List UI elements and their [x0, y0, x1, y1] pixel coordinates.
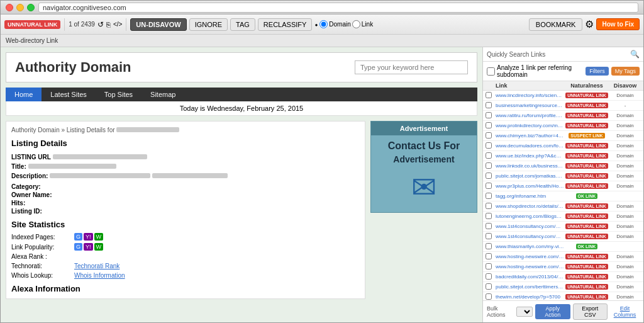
row-checkbox[interactable] [486, 223, 492, 229]
undisavow-button[interactable]: UN-DISAVOW [130, 18, 186, 31]
link-url[interactable]: businessmarketingresources.net/?p=5447 [496, 103, 564, 108]
whois-link[interactable]: Whois Information [74, 272, 125, 279]
mytags-button[interactable]: My Tags [611, 67, 640, 76]
link-option[interactable]: Link [352, 20, 373, 28]
link-url[interactable]: www.lincdirectory.info/science_and_techn… [496, 93, 564, 98]
row-checkbox[interactable] [486, 263, 492, 269]
nav-latest-sites[interactable]: Latest Sites [42, 88, 95, 101]
link-row[interactable]: www.shopdirector.ro/details/link-28171.h… [483, 201, 643, 212]
link-url[interactable]: www.linksdir.co.uk/business_and_economyt… [496, 163, 564, 169]
naturalness-badge: UNNATURAL LINK [564, 234, 609, 239]
row-checkbox[interactable] [486, 122, 492, 128]
link-url[interactable]: www.decumuladores.com/foros/members/fast [496, 143, 564, 149]
link-row[interactable]: www.linksdir.co.uk/business_and_economyt… [483, 161, 643, 171]
link-row[interactable]: www.1st4consultancy.com/wordpress/page/5… [483, 232, 643, 242]
link-url[interactable]: badcreditdaily.com/2013/04/the-unstoppab… [496, 274, 564, 280]
settings-icon[interactable]: ⚙ [585, 18, 594, 30]
domain-option[interactable]: Domain [319, 20, 350, 28]
howtofx-button[interactable]: How to Fix [596, 18, 640, 30]
row-checkbox[interactable] [486, 132, 492, 139]
row-checkbox[interactable] [486, 112, 492, 118]
row-checkbox[interactable] [486, 283, 492, 290]
address-bar[interactable]: navigator.cognitiveseo.com [38, 3, 638, 13]
link-row[interactable]: public.sitejot.com/jomatkas.html UNNATUR… [483, 171, 643, 181]
row-checkbox[interactable] [486, 102, 492, 108]
row-checkbox[interactable] [486, 193, 492, 199]
link-row[interactable]: businessmarketingresources.net/?p=5447 U… [483, 101, 643, 111]
link-url[interactable]: www.shopdirector.ro/details/link-28171.h… [496, 203, 564, 209]
link-row[interactable]: www.chimyen.biz/?author=4635 SUSPECT LIN… [483, 131, 643, 141]
link-url[interactable]: public.sitejot.com/jomatkas.html [496, 173, 564, 179]
filters-button[interactable]: Filters [586, 67, 609, 76]
row-checkbox[interactable] [486, 203, 492, 209]
link-url[interactable]: www.pr3plus.com/Health/Home/HealthyEduca… [496, 183, 564, 189]
row-checkbox[interactable] [486, 243, 492, 249]
refresh-icon[interactable]: ↺ [97, 20, 104, 29]
link-url[interactable]: www.ratitru.ru/forum/profile.php?mode=vi… [496, 113, 564, 118]
disavow-value: Domain [609, 213, 641, 219]
nav-top-sites[interactable]: Top Sites [96, 88, 142, 101]
row-checkbox[interactable] [486, 92, 492, 98]
link-url[interactable]: www.1st4consultancy.com/wordpress/page/5 [496, 224, 564, 229]
apply-action-button[interactable]: Apply Action [535, 304, 570, 319]
copy-icon[interactable]: ⎘ [106, 21, 111, 28]
link-url[interactable]: tagg.org/infoname.htm [496, 193, 564, 199]
link-row[interactable]: www.hosting-newswire.com/?priD=96754 UNN… [483, 252, 643, 262]
export-csv-button[interactable]: Export CSV [573, 303, 608, 320]
link-row[interactable]: www.thiasmarilyn.com/my-videos.php?user_… [483, 242, 643, 252]
nav-counter: 1 of 2439 [69, 21, 95, 28]
minimize-button[interactable] [16, 4, 24, 11]
link-url[interactable]: www.hosting-newswire.com/?priD=96754 [496, 254, 564, 259]
row-checkbox[interactable] [486, 213, 492, 219]
keyword-input[interactable] [355, 60, 468, 74]
maximize-button[interactable] [27, 4, 35, 11]
link-row[interactable]: lutonengineerng.com/Blogs_and_Forums/bus… [483, 212, 643, 222]
link-url[interactable]: public.sitejot.com/berttimers.html [496, 284, 564, 290]
link-url[interactable]: lutonengineerng.com/Blogs_and_Forums/bus… [496, 213, 564, 219]
link-url[interactable]: thewirn.net/develop/?p=5700 [496, 294, 564, 300]
reclassify-button[interactable]: RECLASSIFY [258, 18, 312, 31]
technorati-link[interactable]: Technorati Rank [74, 263, 119, 269]
link-url[interactable]: www.ue.biz/index.php?A&c=470 [496, 153, 564, 159]
bulk-actions-select[interactable] [516, 307, 533, 317]
row-checkbox[interactable] [486, 173, 492, 179]
search-button[interactable]: 🔍 [630, 50, 640, 59]
link-url[interactable]: www.1st4consultancy.com/wordpress/page/5 [496, 234, 564, 239]
listing-hits-field: Hits: [11, 200, 360, 207]
row-checkbox[interactable] [486, 273, 492, 280]
link-url[interactable]: www.hosting-newswire.com/?priD=96754 [496, 264, 564, 269]
link-url[interactable]: www.chimyen.biz/?author=4635 [496, 133, 564, 139]
ignore-button[interactable]: IGNORE [189, 18, 228, 31]
link-row[interactable]: www.ratitru.ru/forum/profile.php?mode=vi… [483, 111, 643, 121]
row-checkbox[interactable] [486, 183, 492, 189]
nav-home[interactable]: Home [6, 88, 42, 101]
link-row[interactable]: www.1st4consultancy.com/wordpress/page/5… [483, 222, 643, 232]
link-row[interactable]: www.prolinkdirectory.com/more/logistics … [483, 121, 643, 131]
row-checkbox[interactable] [486, 233, 492, 239]
code-icon[interactable]: </> [113, 21, 122, 28]
link-row[interactable]: www.lincdirectory.info/science_and_techn… [483, 91, 643, 101]
row-checkbox[interactable] [486, 253, 492, 259]
link-row[interactable]: badcreditdaily.com/2013/04/the-unstoppab… [483, 272, 643, 282]
link-url[interactable]: www.thiasmarilyn.com/my-videos.php?user_… [496, 244, 564, 249]
link-row[interactable]: www.hosting-newswire.com/?priD=96754 UNN… [483, 262, 643, 272]
row-checkbox[interactable] [486, 142, 492, 149]
link-row[interactable]: public.sitejot.com/berttimers.html UNNAT… [483, 282, 643, 292]
naturalness-badge: UNNATURAL LINK [564, 183, 609, 189]
row-checkbox[interactable] [486, 152, 492, 159]
nav-sitemap[interactable]: Sitemap [142, 88, 184, 101]
row-checkbox[interactable] [486, 162, 492, 169]
link-row[interactable]: www.decumuladores.com/foros/members/fast… [483, 141, 643, 151]
row-checkbox[interactable] [486, 293, 492, 300]
link-url[interactable]: www.prolinkdirectory.com/more/logistics [496, 123, 564, 128]
tag-button[interactable]: TAG [230, 18, 255, 31]
edit-columns-button[interactable]: Edit Columns [610, 305, 640, 318]
close-button[interactable] [6, 4, 13, 11]
link-row[interactable]: www.ue.biz/index.php?A&c=470 UNNATURAL L… [483, 151, 643, 161]
link-row[interactable]: tagg.org/infoname.htm OK LINK [483, 191, 643, 201]
link-row[interactable]: www.pr3plus.com/Health/Home/HealthyEduca… [483, 181, 643, 191]
analyze-checkbox-label[interactable]: Analyze 1 link per referring subdomain [487, 64, 583, 78]
analyze-checkbox[interactable] [487, 67, 495, 76]
link-row[interactable]: thewirn.net/develop/?p=5700 UNNATURAL LI… [483, 292, 643, 300]
bookmark-button[interactable]: BOOKMARK [529, 18, 583, 31]
